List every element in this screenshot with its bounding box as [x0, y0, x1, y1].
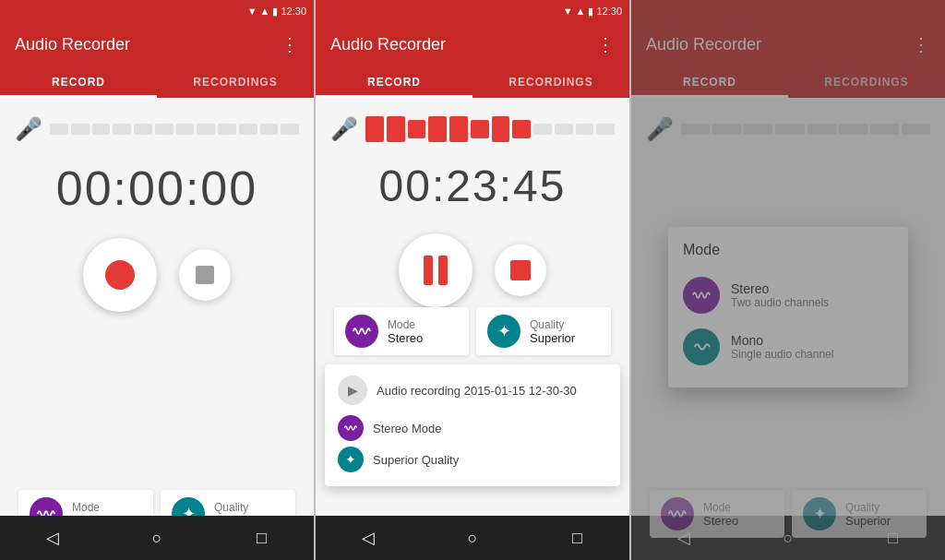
mode-card-p3[interactable]: Mode Stereo	[650, 490, 784, 538]
stereo-option-text: Stereo Two audio channels	[731, 281, 829, 309]
stereo-option[interactable]: Stereo Two audio channels	[683, 269, 893, 321]
waveform-display-p3	[681, 124, 930, 135]
battery-icon-p2: ▮	[588, 6, 593, 18]
more-menu-button-p2[interactable]: ⋮	[596, 33, 615, 55]
wifi-icon-p2: ▲	[576, 6, 586, 17]
quality-icon-p3: ✦	[803, 497, 836, 530]
recent-button[interactable]: □	[243, 519, 280, 556]
status-time-p2: 12:30	[596, 6, 622, 17]
tab-record-p3[interactable]: RECORD	[631, 66, 788, 98]
quality-icon-p2: ✦	[487, 315, 520, 348]
tab-record-p2[interactable]: RECORD	[316, 66, 472, 98]
more-menu-button[interactable]: ⋮	[281, 33, 299, 55]
mode-info-p3: Mode Stereo	[703, 501, 738, 528]
app-title-p3: Audio Recorder	[646, 35, 761, 54]
quality-info-p2: Quality Superior	[530, 318, 575, 345]
stereo-icon	[683, 277, 720, 314]
microphone-icon: 🎤	[15, 116, 42, 142]
microphone-icon-p3: 🎤	[646, 116, 674, 142]
stop-square-red-icon	[510, 260, 531, 280]
mode-icon-p3	[661, 497, 694, 530]
signal-icon-p2: ▼	[563, 6, 573, 17]
timer-display-p2: 00:23:45	[379, 161, 567, 211]
mode-icon-p2	[345, 315, 378, 348]
quality-card-p2[interactable]: ✦ Quality Superior	[476, 307, 611, 355]
timer-display: 00:00:00	[56, 161, 257, 216]
pause-button[interactable]	[399, 233, 472, 307]
back-button[interactable]: ◁	[34, 519, 71, 556]
tab-recordings-p3[interactable]: RECORDINGS	[788, 66, 945, 98]
microphone-icon-p2: 🎤	[330, 116, 358, 142]
back-button-p2[interactable]: ◁	[350, 519, 387, 556]
record-dot-icon	[105, 260, 135, 290]
stop-button-p2[interactable]	[495, 244, 546, 296]
pause-icon	[424, 256, 448, 285]
waveform-display	[50, 124, 299, 135]
popup-stereo-text: Stereo Mode	[373, 422, 441, 435]
mode-card-p2[interactable]: Mode Stereo	[334, 307, 469, 355]
tab-record[interactable]: RECORD	[0, 66, 157, 98]
tab-recordings[interactable]: RECORDINGS	[157, 66, 314, 98]
file-icon: ▶	[338, 375, 367, 405]
record-button[interactable]	[83, 238, 157, 312]
popup-stereo-icon	[338, 415, 364, 441]
more-menu-button-p3[interactable]: ⋮	[912, 33, 930, 55]
recording-filename: Audio recording 2015-01-15 12-30-30	[377, 384, 577, 398]
popup-quality-icon: ✦	[338, 447, 364, 472]
wifi-icon: ▲	[260, 6, 270, 17]
home-button[interactable]: ○	[138, 519, 175, 556]
status-time: 12:30	[281, 6, 306, 17]
app-title-p2: Audio Recorder	[330, 35, 446, 54]
app-title: Audio Recorder	[15, 35, 130, 54]
recent-button-p2[interactable]: □	[558, 519, 595, 556]
mode-popup[interactable]: Mode Stereo Two audio channels	[668, 227, 908, 387]
mode-popup-title: Mode	[683, 242, 893, 258]
signal-icon: ▼	[247, 6, 257, 17]
mono-option[interactable]: Mono Single audio channel	[683, 321, 893, 373]
home-button-p2[interactable]: ○	[454, 519, 491, 556]
quality-card-p3[interactable]: ✦ Quality Superior	[792, 490, 927, 538]
quality-info-p3: Quality Superior	[845, 501, 891, 528]
recording-popup: ▶ Audio recording 2015-01-15 12-30-30 St…	[325, 364, 620, 486]
mono-option-text: Mono Single audio channel	[731, 333, 833, 361]
waveform-display-p2	[365, 116, 615, 142]
stop-square-icon	[196, 266, 214, 284]
battery-icon: ▮	[272, 6, 278, 18]
mono-icon	[683, 328, 720, 365]
stop-button[interactable]	[179, 249, 231, 301]
tab-recordings-p2[interactable]: RECORDINGS	[472, 66, 629, 98]
popup-quality-text: Superior Quality	[373, 453, 459, 467]
mode-info-p2: Mode Stereo	[388, 318, 423, 345]
